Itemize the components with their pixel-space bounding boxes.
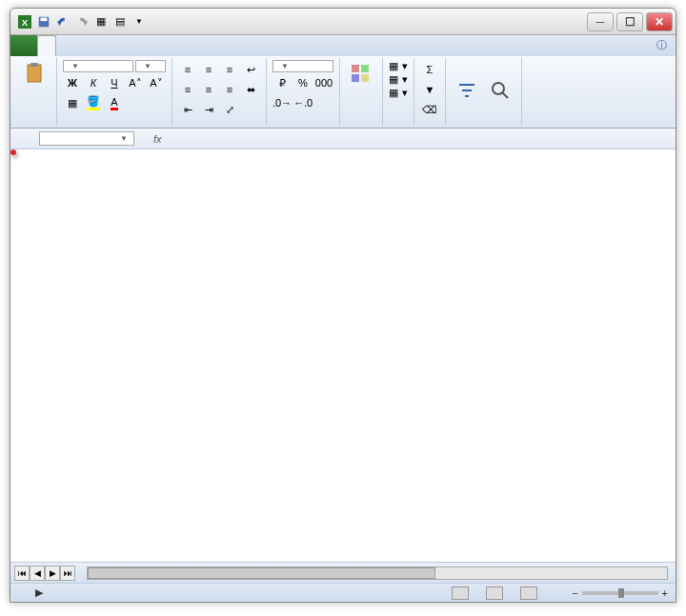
qat-icon2[interactable]: ▤	[111, 13, 129, 30]
orientation-icon[interactable]: ⤢	[220, 100, 239, 119]
sort-filter-button[interactable]	[452, 77, 482, 106]
tab-file[interactable]	[10, 35, 37, 56]
underline-button[interactable]: Ч	[105, 73, 124, 92]
tab-addins[interactable]	[176, 35, 193, 56]
view-layout-icon[interactable]	[486, 586, 503, 600]
group-clipboard	[20, 122, 50, 124]
find-select-button[interactable]	[485, 77, 515, 106]
tab-dev[interactable]	[159, 35, 176, 56]
tab-view[interactable]	[142, 35, 159, 56]
save-icon[interactable]	[35, 13, 52, 30]
group-number	[272, 122, 333, 124]
titlebar: X ▦ ▤ ▼ ─ ☐ ✕	[10, 9, 676, 35]
align-top-icon[interactable]: ≡	[178, 60, 197, 79]
border-button[interactable]: ▦	[63, 93, 82, 112]
fx-icon[interactable]: fx	[153, 133, 162, 145]
tab-abbyy[interactable]	[211, 35, 228, 56]
spreadsheet-grid[interactable]	[10, 149, 676, 562]
svg-rect-9	[361, 74, 369, 82]
svg-rect-8	[352, 74, 359, 82]
undo-icon[interactable]	[54, 13, 71, 30]
comma-icon[interactable]: 000	[314, 73, 333, 92]
zoom-out-button[interactable]: −	[572, 587, 577, 599]
group-font	[63, 122, 166, 124]
tab-layout[interactable]	[73, 35, 91, 56]
zoom-in-button[interactable]: +	[662, 587, 668, 599]
tab-review[interactable]	[125, 35, 142, 56]
formula-bar[interactable]	[168, 131, 676, 147]
inc-decimal-icon[interactable]: .0→	[272, 93, 292, 112]
sheet-nav-prev[interactable]: ◀	[30, 566, 45, 581]
align-ctr-icon[interactable]: ≡	[199, 80, 218, 99]
name-box[interactable]: ▼	[39, 131, 134, 146]
dec-decimal-icon[interactable]: ←.0	[293, 93, 313, 112]
status-macro-icon[interactable]: ▶	[35, 586, 43, 599]
ribbon: ⓘ ▼ ▼ Ж К Ч A˄ A˅ ▦ 🪣 A ≡ ≡ ≡ ↩ ≡	[10, 35, 676, 129]
font-color-button[interactable]: A	[105, 93, 124, 112]
grow-font-icon[interactable]: A˄	[126, 73, 145, 92]
italic-button[interactable]: К	[84, 73, 103, 92]
svg-rect-5	[30, 63, 38, 67]
clear-icon[interactable]: ⌫	[420, 100, 439, 119]
percent-icon[interactable]: %	[293, 73, 313, 92]
horizontal-scrollbar[interactable]	[87, 566, 668, 580]
shrink-font-icon[interactable]: A˅	[147, 73, 166, 92]
styles-button[interactable]	[346, 60, 376, 89]
autosum-icon[interactable]: Σ	[420, 60, 439, 79]
align-mid-icon[interactable]: ≡	[199, 60, 218, 79]
tab-data[interactable]	[108, 35, 125, 56]
group-editing	[452, 122, 515, 124]
merge-button[interactable]: ⬌	[241, 80, 260, 99]
svg-rect-4	[28, 65, 41, 82]
tab-formulas[interactable]	[91, 35, 108, 56]
align-left-icon[interactable]: ≡	[178, 80, 197, 99]
fill-color-button[interactable]: 🪣	[84, 93, 103, 112]
group-cells	[389, 122, 408, 124]
zoom-slider[interactable]	[582, 591, 658, 595]
view-normal-icon[interactable]	[452, 586, 469, 600]
insert-cells-button[interactable]: ▦ ▾	[389, 60, 408, 72]
paste-button[interactable]	[20, 60, 50, 89]
svg-text:X: X	[22, 16, 29, 27]
tab-foxit[interactable]	[193, 35, 211, 56]
excel-icon: X	[16, 13, 33, 30]
number-format-select[interactable]: ▼	[272, 60, 333, 72]
format-cells-button[interactable]: ▦ ▾	[389, 87, 408, 99]
sheet-nav-next[interactable]: ▶	[45, 566, 60, 581]
qat-dropdown[interactable]: ▼	[131, 13, 148, 30]
indent-inc-icon[interactable]: ⇥	[199, 100, 218, 119]
sheet-nav-first[interactable]: ⏮	[14, 566, 30, 581]
align-bot-icon[interactable]: ≡	[220, 60, 239, 79]
currency-icon[interactable]: ₽	[272, 73, 292, 92]
align-right-icon[interactable]: ≡	[220, 80, 239, 99]
font-name-select[interactable]: ▼	[63, 60, 133, 72]
indent-dec-icon[interactable]: ⇤	[178, 100, 197, 119]
help-icon[interactable]: ⓘ	[648, 35, 676, 56]
bold-button[interactable]: Ж	[63, 73, 82, 92]
svg-rect-3	[41, 17, 48, 21]
wrap-button[interactable]: ↩	[241, 60, 260, 79]
sheet-nav-last[interactable]: ⏭	[60, 566, 75, 581]
font-size-select[interactable]: ▼	[135, 60, 166, 72]
delete-cells-button[interactable]: ▦ ▾	[389, 73, 408, 86]
tab-insert[interactable]	[56, 35, 73, 56]
svg-rect-6	[352, 65, 359, 72]
svg-rect-7	[361, 65, 369, 72]
view-break-icon[interactable]	[520, 586, 537, 600]
fill-icon[interactable]: ▼	[420, 80, 439, 99]
qat-icon[interactable]: ▦	[92, 13, 110, 30]
minimize-button[interactable]: ─	[587, 12, 614, 31]
close-button[interactable]: ✕	[646, 12, 673, 31]
redo-icon[interactable]	[73, 13, 91, 30]
maximize-button[interactable]: ☐	[616, 12, 643, 31]
group-align	[178, 122, 260, 124]
tab-home[interactable]	[37, 35, 56, 56]
